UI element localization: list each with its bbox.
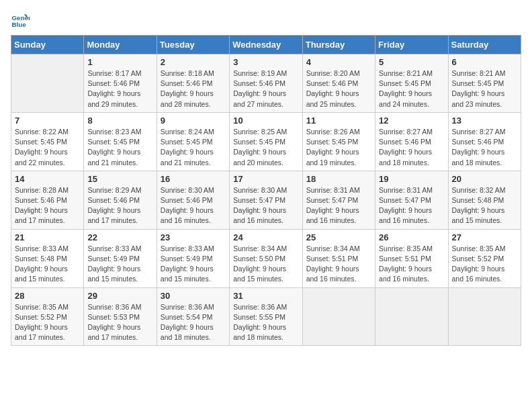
day-cell: 12Sunrise: 8:27 AM Sunset: 5:46 PM Dayli… (375, 112, 448, 171)
header-row: SundayMondayTuesdayWednesdayThursdayFrid… (11, 36, 521, 54)
day-info: Sunrise: 8:17 AM Sunset: 5:46 PM Dayligh… (87, 68, 152, 109)
day-cell: 28Sunrise: 8:35 AM Sunset: 5:52 PM Dayli… (11, 287, 84, 346)
day-number: 26 (379, 232, 444, 242)
page-header: General Blue (11, 11, 521, 30)
day-info: Sunrise: 8:21 AM Sunset: 5:45 PM Dayligh… (379, 68, 444, 109)
day-number: 28 (15, 291, 80, 301)
day-cell: 5Sunrise: 8:21 AM Sunset: 5:45 PM Daylig… (375, 54, 448, 113)
day-info: Sunrise: 8:31 AM Sunset: 5:47 PM Dayligh… (306, 185, 371, 226)
day-cell: 8Sunrise: 8:23 AM Sunset: 5:45 PM Daylig… (84, 112, 157, 171)
week-row-2: 7Sunrise: 8:22 AM Sunset: 5:45 PM Daylig… (11, 112, 521, 171)
day-info: Sunrise: 8:35 AM Sunset: 5:51 PM Dayligh… (379, 244, 444, 285)
day-cell: 1Sunrise: 8:17 AM Sunset: 5:46 PM Daylig… (84, 54, 157, 113)
day-cell: 2Sunrise: 8:18 AM Sunset: 5:46 PM Daylig… (157, 54, 229, 113)
day-info: Sunrise: 8:25 AM Sunset: 5:45 PM Dayligh… (233, 127, 298, 168)
day-cell: 21Sunrise: 8:33 AM Sunset: 5:48 PM Dayli… (11, 229, 84, 287)
day-number: 15 (87, 174, 152, 184)
day-number: 16 (161, 174, 226, 184)
day-number: 8 (87, 116, 152, 126)
day-cell: 7Sunrise: 8:22 AM Sunset: 5:45 PM Daylig… (11, 112, 84, 171)
day-info: Sunrise: 8:22 AM Sunset: 5:45 PM Dayligh… (15, 127, 80, 168)
day-info: Sunrise: 8:29 AM Sunset: 5:46 PM Dayligh… (87, 185, 152, 226)
svg-text:Blue: Blue (11, 21, 26, 28)
day-info: Sunrise: 8:27 AM Sunset: 5:46 PM Dayligh… (379, 127, 444, 168)
day-info: Sunrise: 8:30 AM Sunset: 5:47 PM Dayligh… (233, 185, 298, 226)
col-header-wednesday: Wednesday (230, 36, 302, 54)
day-info: Sunrise: 8:28 AM Sunset: 5:46 PM Dayligh… (15, 185, 80, 226)
day-number: 2 (161, 57, 226, 67)
col-header-thursday: Thursday (302, 36, 375, 54)
day-cell (375, 287, 448, 346)
day-info: Sunrise: 8:20 AM Sunset: 5:46 PM Dayligh… (306, 68, 371, 109)
day-number: 21 (15, 232, 80, 242)
logo-icon: General Blue (11, 11, 30, 30)
day-cell: 23Sunrise: 8:33 AM Sunset: 5:49 PM Dayli… (157, 229, 229, 287)
day-info: Sunrise: 8:36 AM Sunset: 5:53 PM Dayligh… (87, 302, 152, 343)
day-cell: 22Sunrise: 8:33 AM Sunset: 5:49 PM Dayli… (84, 229, 157, 287)
day-cell: 29Sunrise: 8:36 AM Sunset: 5:53 PM Dayli… (84, 287, 157, 346)
day-info: Sunrise: 8:30 AM Sunset: 5:46 PM Dayligh… (161, 185, 226, 226)
day-cell: 16Sunrise: 8:30 AM Sunset: 5:46 PM Dayli… (157, 171, 229, 229)
day-number: 29 (87, 291, 152, 301)
day-number: 13 (452, 116, 517, 126)
day-info: Sunrise: 8:34 AM Sunset: 5:50 PM Dayligh… (233, 244, 298, 285)
day-number: 19 (379, 174, 444, 184)
day-cell: 4Sunrise: 8:20 AM Sunset: 5:46 PM Daylig… (302, 54, 375, 113)
logo: General Blue (11, 11, 32, 30)
day-info: Sunrise: 8:26 AM Sunset: 5:45 PM Dayligh… (306, 127, 371, 168)
day-number: 11 (306, 116, 371, 126)
day-number: 1 (87, 57, 152, 67)
day-info: Sunrise: 8:19 AM Sunset: 5:46 PM Dayligh… (233, 68, 298, 109)
day-cell: 30Sunrise: 8:36 AM Sunset: 5:54 PM Dayli… (157, 287, 229, 346)
day-info: Sunrise: 8:35 AM Sunset: 5:52 PM Dayligh… (452, 244, 517, 285)
day-number: 23 (161, 232, 226, 242)
day-number: 4 (306, 57, 371, 67)
day-cell (302, 287, 375, 346)
day-cell: 3Sunrise: 8:19 AM Sunset: 5:46 PM Daylig… (230, 54, 302, 113)
day-number: 10 (233, 116, 298, 126)
day-number: 25 (306, 232, 371, 242)
day-info: Sunrise: 8:32 AM Sunset: 5:48 PM Dayligh… (452, 185, 517, 226)
day-number: 14 (15, 174, 80, 184)
week-row-4: 21Sunrise: 8:33 AM Sunset: 5:48 PM Dayli… (11, 229, 521, 287)
day-cell: 14Sunrise: 8:28 AM Sunset: 5:46 PM Dayli… (11, 171, 84, 229)
day-cell (11, 54, 84, 113)
day-info: Sunrise: 8:33 AM Sunset: 5:48 PM Dayligh… (15, 244, 80, 285)
col-header-saturday: Saturday (448, 36, 521, 54)
day-number: 6 (452, 57, 517, 67)
day-cell: 25Sunrise: 8:34 AM Sunset: 5:51 PM Dayli… (302, 229, 375, 287)
day-cell: 13Sunrise: 8:27 AM Sunset: 5:46 PM Dayli… (448, 112, 521, 171)
day-info: Sunrise: 8:34 AM Sunset: 5:51 PM Dayligh… (306, 244, 371, 285)
day-number: 31 (233, 291, 298, 301)
day-number: 30 (161, 291, 226, 301)
day-number: 3 (233, 57, 298, 67)
col-header-monday: Monday (84, 36, 157, 54)
day-cell (448, 287, 521, 346)
day-info: Sunrise: 8:36 AM Sunset: 5:54 PM Dayligh… (161, 302, 226, 343)
day-info: Sunrise: 8:33 AM Sunset: 5:49 PM Dayligh… (87, 244, 152, 285)
day-number: 17 (233, 174, 298, 184)
day-cell: 27Sunrise: 8:35 AM Sunset: 5:52 PM Dayli… (448, 229, 521, 287)
day-number: 12 (379, 116, 444, 126)
day-info: Sunrise: 8:35 AM Sunset: 5:52 PM Dayligh… (15, 302, 80, 343)
day-cell: 11Sunrise: 8:26 AM Sunset: 5:45 PM Dayli… (302, 112, 375, 171)
day-info: Sunrise: 8:18 AM Sunset: 5:46 PM Dayligh… (161, 68, 226, 109)
day-cell: 18Sunrise: 8:31 AM Sunset: 5:47 PM Dayli… (302, 171, 375, 229)
day-cell: 24Sunrise: 8:34 AM Sunset: 5:50 PM Dayli… (230, 229, 302, 287)
col-header-sunday: Sunday (11, 36, 84, 54)
day-info: Sunrise: 8:33 AM Sunset: 5:49 PM Dayligh… (161, 244, 226, 285)
day-number: 27 (452, 232, 517, 242)
day-number: 18 (306, 174, 371, 184)
day-cell: 6Sunrise: 8:21 AM Sunset: 5:45 PM Daylig… (448, 54, 521, 113)
day-number: 9 (161, 116, 226, 126)
day-cell: 10Sunrise: 8:25 AM Sunset: 5:45 PM Dayli… (230, 112, 302, 171)
col-header-friday: Friday (375, 36, 448, 54)
calendar-table: SundayMondayTuesdayWednesdayThursdayFrid… (11, 35, 521, 346)
day-info: Sunrise: 8:36 AM Sunset: 5:55 PM Dayligh… (233, 302, 298, 343)
day-number: 5 (379, 57, 444, 67)
day-cell: 26Sunrise: 8:35 AM Sunset: 5:51 PM Dayli… (375, 229, 448, 287)
day-cell: 15Sunrise: 8:29 AM Sunset: 5:46 PM Dayli… (84, 171, 157, 229)
day-number: 20 (452, 174, 517, 184)
week-row-1: 1Sunrise: 8:17 AM Sunset: 5:46 PM Daylig… (11, 54, 521, 113)
week-row-3: 14Sunrise: 8:28 AM Sunset: 5:46 PM Dayli… (11, 171, 521, 229)
